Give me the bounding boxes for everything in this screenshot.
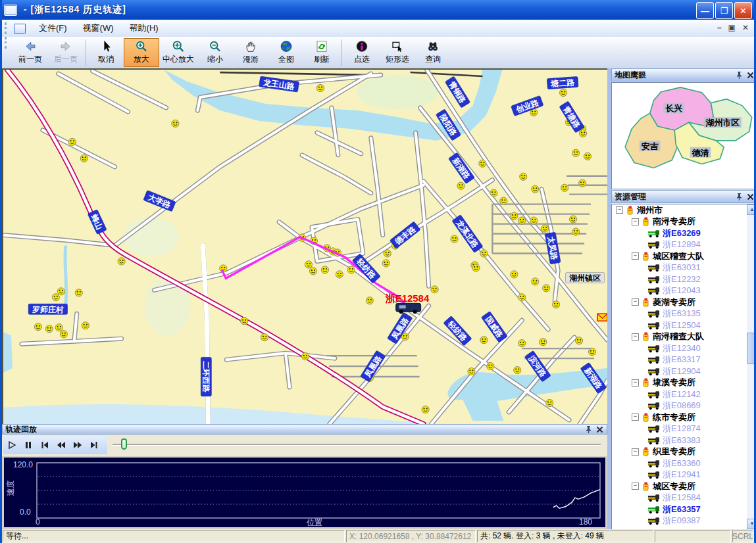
tree-group-row[interactable]: −菱湖专卖所 (612, 296, 756, 308)
tree-vehicle-row[interactable]: 浙E12504 (612, 319, 756, 331)
minimize-button[interactable]: ― (696, 2, 714, 19)
tree-vehicle-row[interactable]: 浙E12232 (612, 273, 756, 285)
playback-slider[interactable] (113, 444, 601, 446)
vehicle-smiley-marker[interactable] (55, 324, 63, 331)
toolbar-button-pan-hand[interactable]: 漫游 (233, 38, 268, 67)
pin-icon[interactable] (735, 71, 743, 80)
tree-vehicle-row[interactable]: 浙E12043 (612, 285, 756, 297)
toolbar-button-query[interactable]: 查询 (415, 38, 451, 67)
vehicle-smiley-marker[interactable] (530, 217, 538, 224)
tree-expand-box[interactable]: − (632, 379, 639, 387)
vehicle-smiley-marker[interactable] (321, 266, 328, 273)
vehicle-smiley-marker[interactable] (511, 271, 518, 278)
toolbar-button-globe[interactable]: 全图 (268, 38, 304, 67)
mdi-close-icon[interactable]: ✕ (742, 23, 749, 32)
vehicle-smiley-marker[interactable] (309, 268, 316, 275)
vehicle-smiley-marker[interactable] (487, 363, 494, 370)
tree-expand-box[interactable]: − (632, 218, 639, 225)
mdi-minimize-icon[interactable]: – (717, 23, 722, 32)
tree-expand-box[interactable]: − (632, 483, 639, 490)
tree-expand-box[interactable]: − (632, 333, 639, 341)
mdi-restore-icon[interactable]: ▣ (728, 23, 736, 32)
tree-scrollbar[interactable]: ▲ ▼ (747, 204, 756, 529)
menu-item-0[interactable]: 文件(F) (31, 20, 75, 36)
vehicle-smiley-marker[interactable] (560, 89, 567, 96)
vehicle-smiley-marker[interactable] (576, 337, 583, 344)
vehicle-smiley-marker[interactable] (579, 130, 586, 137)
vehicle-smiley-marker[interactable] (518, 217, 526, 224)
menu-item-2[interactable]: 帮助(H) (122, 20, 166, 36)
map-canvas[interactable]: 龙王山路塘二路青塘路创业路青铜路陵阳路新湖路龙溪北路德丰路大学路蜂山轻纺路轻纺路… (2, 68, 607, 424)
vehicle-smiley-marker[interactable] (336, 271, 343, 278)
scroll-down-button[interactable]: ▼ (747, 519, 756, 529)
vehicle-smiley-marker[interactable] (52, 294, 59, 301)
pin-icon[interactable] (735, 193, 743, 201)
tree-group-row[interactable]: −南浔稽查大队 (612, 331, 756, 343)
close-button[interactable]: ✕ (734, 2, 752, 19)
vehicle-smiley-marker[interactable] (543, 285, 550, 292)
vehicle-smiley-marker[interactable] (347, 266, 355, 273)
tree-vehicle-row[interactable]: 浙E63383 (612, 435, 756, 446)
toolbar-button-next-page[interactable]: 后一页 (48, 38, 84, 67)
toolbar-button-zoom-in[interactable]: 放大 (124, 38, 159, 67)
tree-vehicle-row[interactable]: 浙E12941 (612, 469, 756, 481)
vehicle-smiley-marker[interactable] (261, 334, 268, 341)
vehicle-smiley-marker[interactable] (366, 297, 373, 304)
vehicle-smiley-marker[interactable] (542, 225, 549, 232)
playback-slider-thumb[interactable] (121, 438, 127, 450)
tree-vehicle-row[interactable]: 浙E63360 (612, 458, 756, 469)
vehicle-smiley-marker[interactable] (540, 339, 547, 346)
tree-expand-box[interactable]: − (632, 298, 639, 306)
vehicle-smiley-marker[interactable] (241, 318, 248, 325)
vehicle-smiley-marker[interactable] (480, 250, 488, 257)
menu-item-1[interactable]: 视窗(W) (75, 20, 122, 36)
tree-vehicle-row[interactable]: 浙E63269 (612, 227, 756, 239)
tree-vehicle-row[interactable]: 浙E12142 (612, 389, 756, 400)
tree-group-row[interactable]: −织里专卖所 (612, 446, 756, 458)
tree-expand-box[interactable]: − (632, 252, 639, 260)
toolbar-grip[interactable] (5, 37, 10, 49)
vehicle-smiley-marker[interactable] (305, 261, 312, 268)
vehicle-smiley-marker[interactable] (316, 84, 324, 91)
tree-vehicle-row[interactable]: 浙E08669 (612, 400, 756, 412)
tree-vehicle-row[interactable]: 浙E12584 (612, 492, 756, 504)
vehicle-smiley-marker[interactable] (532, 278, 539, 285)
vehicle-smiley-marker[interactable] (518, 294, 526, 301)
scrollbar-thumb[interactable] (747, 333, 756, 364)
tree-group-row[interactable]: −练市专卖所 (612, 412, 756, 423)
vehicle-smiley-marker[interactable] (480, 337, 488, 344)
vehicle-smiley-marker[interactable] (518, 340, 526, 347)
tree-group-row[interactable]: −城区稽查大队 (612, 250, 756, 262)
fast-forward-button[interactable] (69, 437, 86, 454)
vehicle-smiley-marker[interactable] (479, 160, 486, 167)
vehicle-smiley-marker[interactable] (118, 258, 125, 265)
overview-map[interactable]: 长兴湖州市区安吉德清 (611, 82, 756, 189)
tree-vehicle-row[interactable]: 浙E12894 (612, 239, 756, 251)
vehicle-smiley-marker[interactable] (45, 325, 53, 333)
vehicle-smiley-marker[interactable] (431, 286, 438, 293)
vehicle-smiley-marker[interactable] (490, 189, 497, 197)
vehicle-smiley-marker[interactable] (384, 250, 391, 257)
vehicle-smiley-marker[interactable] (60, 331, 67, 338)
restore-button[interactable]: ❐ (715, 2, 733, 19)
vehicle-smiley-marker[interactable] (468, 367, 475, 375)
vehicle-smiley-marker[interactable] (82, 322, 89, 329)
vehicle-smiley-marker[interactable] (457, 182, 465, 189)
tree-group-row[interactable]: −埭溪专卖所 (612, 377, 756, 389)
vehicle-smiley-marker[interactable] (172, 120, 179, 127)
close-icon[interactable] (595, 425, 604, 434)
vehicle-smiley-marker[interactable] (520, 173, 527, 180)
vehicle-smiley-marker[interactable] (514, 367, 521, 374)
tree-vehicle-row[interactable]: 浙E63031 (612, 262, 756, 274)
toolbar-button-prev-page[interactable]: 前一页 (13, 38, 48, 67)
vehicle-smiley-marker[interactable] (578, 179, 586, 187)
toolbar-button-point-select[interactable]: 点选 (344, 38, 380, 67)
vehicle-smiley-marker[interactable] (570, 216, 577, 223)
vehicle-smiley-marker[interactable] (57, 288, 64, 295)
tree-vehicle-row[interactable]: 浙E63357 (612, 504, 756, 515)
vehicle-smiley-marker[interactable] (553, 301, 560, 308)
vehicle-smiley-marker[interactable] (500, 197, 507, 204)
vehicle-smiley-marker[interactable] (532, 185, 539, 193)
tree-expand-box[interactable]: − (632, 448, 639, 456)
tree-vehicle-row[interactable]: 浙E12340 (612, 342, 756, 354)
